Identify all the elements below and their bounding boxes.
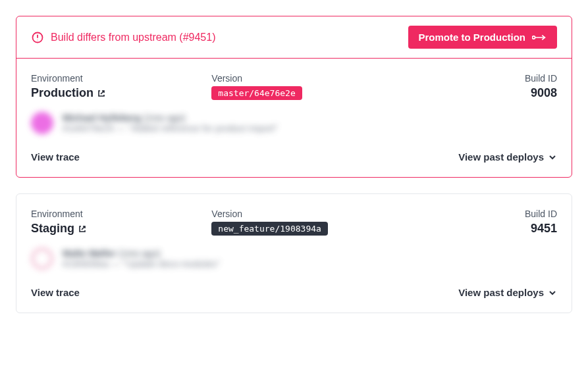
view-trace-link[interactable]: View trace (31, 287, 80, 298)
card-actions: View trace View past deploys (31, 287, 557, 298)
view-trace-link[interactable]: View trace (31, 151, 80, 163)
commit-top: Michael Hylleberg (1mo ago) (63, 113, 557, 123)
version-tag: new_feature/1908394a (211, 222, 328, 236)
card-body: Environment Staging Version new_feature/… (16, 194, 572, 313)
version-label: Version (211, 209, 409, 219)
commit-author: Malte Møller (63, 248, 116, 259)
commit-hash: #190839ea (63, 259, 109, 269)
commit-bottom: #190839ea — "Update deco-modules" (63, 259, 557, 269)
version-label: Version (211, 73, 409, 84)
env-card-production: Build differs from upstream (#9451) Prom… (16, 16, 572, 178)
env-name-link[interactable]: Staging (31, 222, 86, 236)
version-col: Version master/64e76e2e (211, 73, 409, 100)
chevron-down-icon (548, 288, 557, 297)
promote-button-label: Promote to Production (419, 32, 526, 43)
promote-button[interactable]: Promote to Production (408, 26, 558, 49)
env-label: Environment (31, 73, 196, 84)
view-past-label: View past deploys (458, 151, 544, 163)
version-tag: master/64e76e2e (211, 86, 302, 100)
svg-point-3 (533, 36, 535, 38)
build-label: Build ID (425, 209, 557, 219)
commit-bottom: #1e8476e24 — "Added reference for produc… (63, 123, 557, 134)
warning-circle-icon (31, 31, 44, 44)
view-past-deploys-link[interactable]: View past deploys (458, 287, 557, 298)
card-actions: View trace View past deploys (31, 151, 557, 163)
view-trace-label: View trace (31, 287, 80, 298)
card-body: Environment Production Version master/64… (16, 59, 572, 177)
env-card-staging: Environment Staging Version new_feature/… (16, 193, 572, 313)
alert-bar: Build differs from upstream (#9451) Prom… (16, 16, 572, 59)
build-col: Build ID 9008 (425, 73, 557, 100)
env-col: Environment Production (31, 73, 196, 100)
commit-time: (1mo ago) (119, 248, 161, 259)
env-label: Environment (31, 209, 196, 219)
commit-info: Michael Hylleberg (1mo ago) #1e8476e24 —… (31, 112, 557, 134)
avatar (31, 112, 53, 134)
alert-message: Build differs from upstream (#9451) (31, 31, 215, 44)
build-label: Build ID (425, 73, 557, 84)
alert-text: Build differs from upstream (#9451) (51, 32, 215, 43)
commit-info: Malte Møller (1mo ago) #190839ea — "Upda… (31, 247, 557, 270)
commit-hash: #1e8476e24 (63, 123, 114, 134)
chevron-down-icon (548, 153, 557, 162)
promote-arrow-icon (532, 34, 547, 41)
commit-msg: "Update deco-modules" (123, 259, 220, 269)
commit-top: Malte Møller (1mo ago) (63, 248, 557, 259)
commit-time: (1mo ago) (144, 113, 186, 123)
external-link-icon (97, 89, 105, 97)
env-name-link[interactable]: Production (31, 86, 105, 100)
commit-author: Michael Hylleberg (63, 113, 141, 123)
env-name-text: Staging (31, 222, 74, 236)
commit-msg: "Added reference for product import" (128, 123, 278, 134)
external-link-icon (78, 225, 86, 233)
svg-point-2 (38, 39, 38, 40)
env-col: Environment Staging (31, 209, 196, 236)
info-row: Environment Production Version master/64… (31, 73, 557, 100)
info-row: Environment Staging Version new_feature/… (31, 209, 557, 236)
version-col: Version new_feature/1908394a (211, 209, 409, 236)
view-past-deploys-link[interactable]: View past deploys (458, 151, 557, 163)
build-id-value: 9008 (425, 86, 557, 100)
avatar (31, 247, 53, 270)
view-trace-label: View trace (31, 151, 80, 163)
commit-meta: Michael Hylleberg (1mo ago) #1e8476e24 —… (63, 113, 557, 134)
build-id-value: 9451 (425, 222, 557, 236)
view-past-label: View past deploys (458, 287, 544, 298)
build-col: Build ID 9451 (425, 209, 557, 236)
commit-meta: Malte Møller (1mo ago) #190839ea — "Upda… (63, 248, 557, 269)
env-name-text: Production (31, 86, 94, 100)
